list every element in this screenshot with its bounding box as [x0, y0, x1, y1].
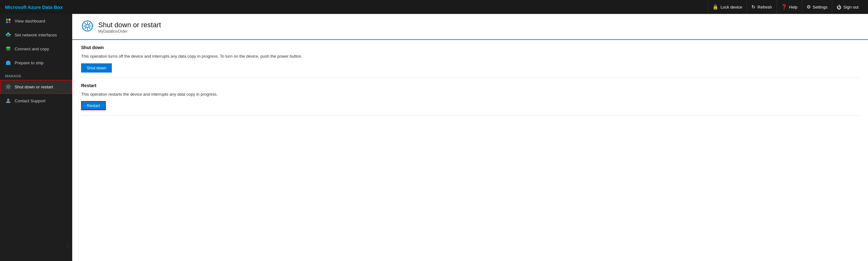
drag-handle[interactable]: ⋮	[65, 242, 70, 248]
sidebar-item-label: Contact Support	[14, 99, 45, 103]
lock-device-label: Lock device	[720, 5, 742, 9]
page-header: Shut down or restart MyDataBoxOrder	[72, 14, 868, 40]
shutdown-section: Shut down This operation turns off the d…	[81, 40, 859, 78]
restart-section: Restart This operation restarts the devi…	[81, 78, 859, 116]
shutdown-description: This operation turns off the device and …	[81, 53, 859, 60]
sidebar-item-label: Prepare to ship	[14, 61, 44, 65]
help-icon: ❓	[781, 4, 787, 10]
sidebar-item-label: Shut down or restart	[14, 85, 53, 89]
svg-point-10	[6, 49, 10, 51]
box-icon	[5, 60, 11, 66]
top-nav: Microsoft Azure Data Box 🔒 Lock device ↻…	[0, 0, 868, 14]
svg-rect-0	[6, 34, 8, 35]
page-header-icon	[81, 20, 94, 35]
person-icon	[5, 98, 11, 104]
sidebar-item-label: Connect and copy	[14, 46, 49, 51]
refresh-icon: ↻	[751, 4, 755, 10]
grid-icon	[5, 18, 11, 24]
sign-out-icon: ⏻	[837, 4, 841, 10]
shutdown-button[interactable]: Shut down	[81, 63, 112, 72]
help-button[interactable]: ❓ Help	[776, 0, 802, 14]
sidebar-item-label: View dashboard	[14, 19, 45, 24]
settings-icon: ⚙	[807, 4, 811, 10]
restart-title: Restart	[81, 83, 859, 88]
settings-label: Settings	[812, 5, 828, 9]
sign-out-button[interactable]: ⏻ Sign out	[832, 0, 863, 14]
lock-device-button[interactable]: 🔒 Lock device	[708, 0, 747, 14]
shutdown-title: Shut down	[81, 45, 859, 50]
svg-rect-1	[9, 34, 11, 35]
settings-button[interactable]: ⚙ Settings	[802, 0, 832, 14]
manage-section-label: MANAGE	[0, 70, 72, 80]
brand-title: Microsoft Azure Data Box	[5, 4, 63, 10]
svg-point-16	[7, 99, 9, 101]
svg-point-15	[7, 86, 9, 88]
gear-icon	[5, 84, 11, 90]
main-layout: View dashboard Set network interfaces	[0, 14, 868, 261]
sidebar-item-shut-down-or-restart[interactable]: Shut down or restart	[0, 80, 72, 94]
refresh-button[interactable]: ↻ Refresh	[747, 0, 776, 14]
sidebar-item-view-dashboard[interactable]: View dashboard	[0, 14, 72, 28]
sidebar-item-connect-and-copy[interactable]: Connect and copy	[0, 42, 72, 56]
top-nav-actions: 🔒 Lock device ↻ Refresh ❓ Help ⚙ Setting…	[708, 0, 863, 14]
content-area: Shut down This operation turns off the d…	[72, 40, 868, 261]
sign-out-label: Sign out	[843, 5, 859, 9]
lock-icon: 🔒	[712, 4, 718, 10]
sidebar-item-set-network-interfaces[interactable]: Set network interfaces	[0, 28, 72, 42]
sidebar-item-prepare-to-ship[interactable]: Prepare to ship	[0, 56, 72, 70]
sidebar-item-contact-support[interactable]: Contact Support	[0, 94, 72, 108]
main-content: Shut down or restart MyDataBoxOrder Shut…	[72, 14, 868, 261]
restart-description: This operation restarts the device and i…	[81, 91, 859, 98]
help-label: Help	[789, 5, 798, 9]
sidebar-item-label: Set network interfaces	[14, 33, 57, 37]
restart-button[interactable]: Restart	[81, 101, 106, 110]
refresh-label: Refresh	[757, 5, 772, 9]
svg-point-18	[86, 24, 89, 28]
page-title: Shut down or restart	[98, 21, 161, 29]
sidebar: View dashboard Set network interfaces	[0, 14, 72, 261]
layers-icon	[5, 45, 11, 52]
page-subtitle: MyDataBoxOrder	[98, 29, 161, 34]
page-header-text: Shut down or restart MyDataBoxOrder	[98, 21, 161, 34]
network-icon	[5, 32, 11, 38]
